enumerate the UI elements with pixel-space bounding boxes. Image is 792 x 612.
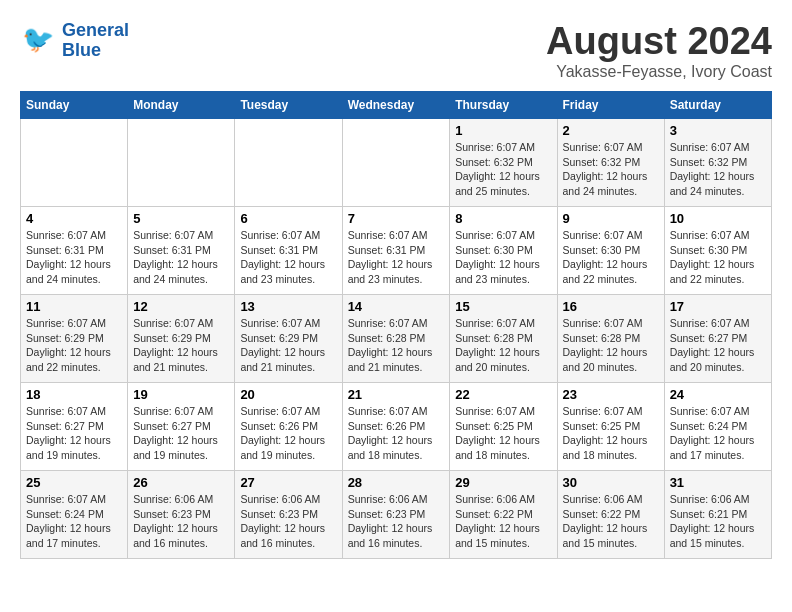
- day-info: Sunrise: 6:07 AM Sunset: 6:30 PM Dayligh…: [563, 228, 659, 287]
- day-number: 11: [26, 299, 122, 314]
- calendar-cell: 24Sunrise: 6:07 AM Sunset: 6:24 PM Dayli…: [664, 383, 771, 471]
- calendar-cell: 8Sunrise: 6:07 AM Sunset: 6:30 PM Daylig…: [450, 207, 557, 295]
- calendar-cell: 11Sunrise: 6:07 AM Sunset: 6:29 PM Dayli…: [21, 295, 128, 383]
- day-number: 17: [670, 299, 766, 314]
- day-number: 20: [240, 387, 336, 402]
- calendar-table: SundayMondayTuesdayWednesdayThursdayFrid…: [20, 91, 772, 559]
- day-number: 30: [563, 475, 659, 490]
- day-info: Sunrise: 6:07 AM Sunset: 6:30 PM Dayligh…: [670, 228, 766, 287]
- day-number: 6: [240, 211, 336, 226]
- day-info: Sunrise: 6:06 AM Sunset: 6:23 PM Dayligh…: [348, 492, 445, 551]
- day-info: Sunrise: 6:07 AM Sunset: 6:31 PM Dayligh…: [133, 228, 229, 287]
- page-header: 🐦 General Blue August 2024 Yakasse-Feyas…: [20, 20, 772, 81]
- title-block: August 2024 Yakasse-Feyasse, Ivory Coast: [546, 20, 772, 81]
- day-number: 4: [26, 211, 122, 226]
- day-info: Sunrise: 6:07 AM Sunset: 6:28 PM Dayligh…: [563, 316, 659, 375]
- calendar-cell: 5Sunrise: 6:07 AM Sunset: 6:31 PM Daylig…: [128, 207, 235, 295]
- svg-text:🐦: 🐦: [22, 23, 55, 55]
- calendar-week-row: 11Sunrise: 6:07 AM Sunset: 6:29 PM Dayli…: [21, 295, 772, 383]
- day-number: 31: [670, 475, 766, 490]
- weekday-header: Wednesday: [342, 92, 450, 119]
- calendar-cell: 6Sunrise: 6:07 AM Sunset: 6:31 PM Daylig…: [235, 207, 342, 295]
- day-info: Sunrise: 6:07 AM Sunset: 6:26 PM Dayligh…: [240, 404, 336, 463]
- day-number: 25: [26, 475, 122, 490]
- weekday-header: Thursday: [450, 92, 557, 119]
- logo: 🐦 General Blue: [20, 20, 129, 62]
- calendar-cell: [342, 119, 450, 207]
- calendar-week-row: 4Sunrise: 6:07 AM Sunset: 6:31 PM Daylig…: [21, 207, 772, 295]
- logo-text: General Blue: [62, 21, 129, 61]
- calendar-cell: 13Sunrise: 6:07 AM Sunset: 6:29 PM Dayli…: [235, 295, 342, 383]
- day-info: Sunrise: 6:06 AM Sunset: 6:22 PM Dayligh…: [563, 492, 659, 551]
- day-info: Sunrise: 6:07 AM Sunset: 6:27 PM Dayligh…: [670, 316, 766, 375]
- calendar-cell: 23Sunrise: 6:07 AM Sunset: 6:25 PM Dayli…: [557, 383, 664, 471]
- day-info: Sunrise: 6:06 AM Sunset: 6:23 PM Dayligh…: [133, 492, 229, 551]
- weekday-header: Friday: [557, 92, 664, 119]
- calendar-cell: 30Sunrise: 6:06 AM Sunset: 6:22 PM Dayli…: [557, 471, 664, 559]
- day-number: 15: [455, 299, 551, 314]
- day-number: 22: [455, 387, 551, 402]
- day-info: Sunrise: 6:07 AM Sunset: 6:32 PM Dayligh…: [563, 140, 659, 199]
- weekday-header: Monday: [128, 92, 235, 119]
- day-number: 26: [133, 475, 229, 490]
- calendar-week-row: 1Sunrise: 6:07 AM Sunset: 6:32 PM Daylig…: [21, 119, 772, 207]
- day-info: Sunrise: 6:07 AM Sunset: 6:25 PM Dayligh…: [563, 404, 659, 463]
- day-info: Sunrise: 6:06 AM Sunset: 6:23 PM Dayligh…: [240, 492, 336, 551]
- day-number: 14: [348, 299, 445, 314]
- day-info: Sunrise: 6:07 AM Sunset: 6:24 PM Dayligh…: [670, 404, 766, 463]
- calendar-cell: [128, 119, 235, 207]
- day-number: 19: [133, 387, 229, 402]
- day-number: 29: [455, 475, 551, 490]
- calendar-cell: 22Sunrise: 6:07 AM Sunset: 6:25 PM Dayli…: [450, 383, 557, 471]
- day-info: Sunrise: 6:07 AM Sunset: 6:29 PM Dayligh…: [133, 316, 229, 375]
- day-info: Sunrise: 6:07 AM Sunset: 6:28 PM Dayligh…: [455, 316, 551, 375]
- location: Yakasse-Feyasse, Ivory Coast: [546, 63, 772, 81]
- calendar-cell: [235, 119, 342, 207]
- day-info: Sunrise: 6:07 AM Sunset: 6:31 PM Dayligh…: [26, 228, 122, 287]
- day-info: Sunrise: 6:07 AM Sunset: 6:27 PM Dayligh…: [26, 404, 122, 463]
- day-info: Sunrise: 6:07 AM Sunset: 6:29 PM Dayligh…: [240, 316, 336, 375]
- day-number: 1: [455, 123, 551, 138]
- calendar-cell: 21Sunrise: 6:07 AM Sunset: 6:26 PM Dayli…: [342, 383, 450, 471]
- calendar-cell: 29Sunrise: 6:06 AM Sunset: 6:22 PM Dayli…: [450, 471, 557, 559]
- day-info: Sunrise: 6:07 AM Sunset: 6:26 PM Dayligh…: [348, 404, 445, 463]
- calendar-cell: 27Sunrise: 6:06 AM Sunset: 6:23 PM Dayli…: [235, 471, 342, 559]
- day-number: 7: [348, 211, 445, 226]
- day-info: Sunrise: 6:07 AM Sunset: 6:29 PM Dayligh…: [26, 316, 122, 375]
- weekday-header: Sunday: [21, 92, 128, 119]
- calendar-week-row: 25Sunrise: 6:07 AM Sunset: 6:24 PM Dayli…: [21, 471, 772, 559]
- calendar-cell: 26Sunrise: 6:06 AM Sunset: 6:23 PM Dayli…: [128, 471, 235, 559]
- day-number: 23: [563, 387, 659, 402]
- day-number: 9: [563, 211, 659, 226]
- calendar-cell: 10Sunrise: 6:07 AM Sunset: 6:30 PM Dayli…: [664, 207, 771, 295]
- calendar-cell: 3Sunrise: 6:07 AM Sunset: 6:32 PM Daylig…: [664, 119, 771, 207]
- day-number: 21: [348, 387, 445, 402]
- calendar-cell: 20Sunrise: 6:07 AM Sunset: 6:26 PM Dayli…: [235, 383, 342, 471]
- calendar-cell: 9Sunrise: 6:07 AM Sunset: 6:30 PM Daylig…: [557, 207, 664, 295]
- day-number: 5: [133, 211, 229, 226]
- calendar-cell: 4Sunrise: 6:07 AM Sunset: 6:31 PM Daylig…: [21, 207, 128, 295]
- calendar-cell: 31Sunrise: 6:06 AM Sunset: 6:21 PM Dayli…: [664, 471, 771, 559]
- day-info: Sunrise: 6:07 AM Sunset: 6:27 PM Dayligh…: [133, 404, 229, 463]
- calendar-cell: 14Sunrise: 6:07 AM Sunset: 6:28 PM Dayli…: [342, 295, 450, 383]
- day-number: 27: [240, 475, 336, 490]
- day-number: 24: [670, 387, 766, 402]
- day-number: 18: [26, 387, 122, 402]
- calendar-week-row: 18Sunrise: 6:07 AM Sunset: 6:27 PM Dayli…: [21, 383, 772, 471]
- day-number: 3: [670, 123, 766, 138]
- day-info: Sunrise: 6:07 AM Sunset: 6:24 PM Dayligh…: [26, 492, 122, 551]
- calendar-cell: 18Sunrise: 6:07 AM Sunset: 6:27 PM Dayli…: [21, 383, 128, 471]
- day-info: Sunrise: 6:07 AM Sunset: 6:31 PM Dayligh…: [240, 228, 336, 287]
- calendar-cell: 19Sunrise: 6:07 AM Sunset: 6:27 PM Dayli…: [128, 383, 235, 471]
- calendar-cell: 25Sunrise: 6:07 AM Sunset: 6:24 PM Dayli…: [21, 471, 128, 559]
- month-year: August 2024: [546, 20, 772, 63]
- day-number: 2: [563, 123, 659, 138]
- day-info: Sunrise: 6:07 AM Sunset: 6:30 PM Dayligh…: [455, 228, 551, 287]
- day-number: 16: [563, 299, 659, 314]
- weekday-header: Tuesday: [235, 92, 342, 119]
- calendar-cell: 7Sunrise: 6:07 AM Sunset: 6:31 PM Daylig…: [342, 207, 450, 295]
- weekday-header-row: SundayMondayTuesdayWednesdayThursdayFrid…: [21, 92, 772, 119]
- day-number: 13: [240, 299, 336, 314]
- day-info: Sunrise: 6:07 AM Sunset: 6:32 PM Dayligh…: [455, 140, 551, 199]
- day-info: Sunrise: 6:06 AM Sunset: 6:21 PM Dayligh…: [670, 492, 766, 551]
